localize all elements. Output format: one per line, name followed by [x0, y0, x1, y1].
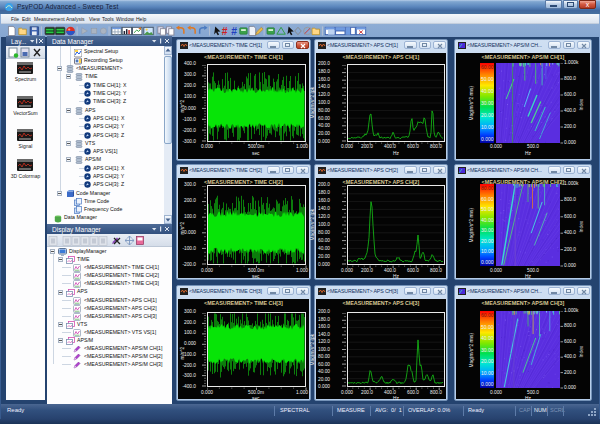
svg-text:#: # — [231, 26, 237, 37]
svg-text:#: # — [222, 26, 228, 37]
